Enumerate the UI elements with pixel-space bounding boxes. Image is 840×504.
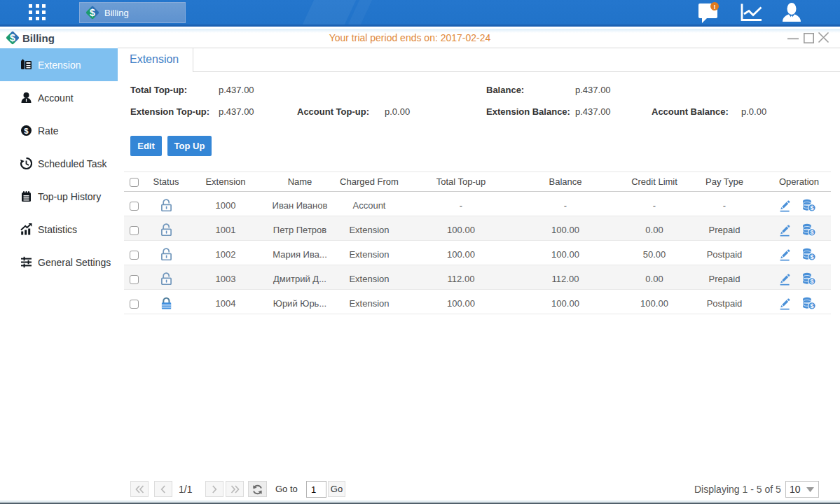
- svg-text:!: !: [714, 4, 716, 10]
- svg-text:$: $: [24, 127, 29, 135]
